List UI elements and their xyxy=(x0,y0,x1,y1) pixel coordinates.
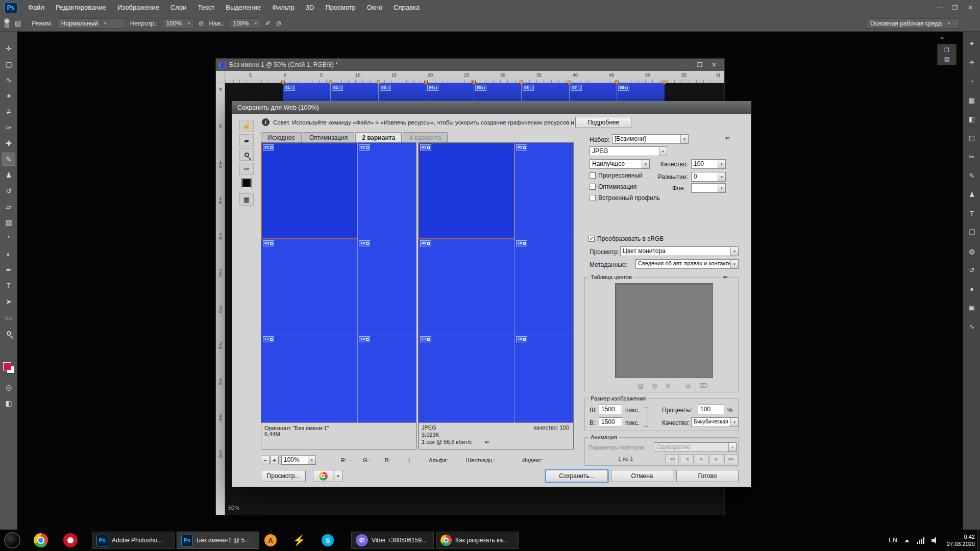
menu-edit[interactable]: Редактирование xyxy=(50,4,112,11)
checkbox-box[interactable] xyxy=(590,184,596,190)
document-maximize-button[interactable]: ❐ xyxy=(693,59,707,71)
quick-mask-button[interactable]: ◎ xyxy=(2,381,15,394)
masks-panel-icon[interactable]: ◍ xyxy=(963,244,980,258)
eyedropper-tool[interactable]: ✑ xyxy=(2,121,15,134)
language-indicator[interactable]: EN xyxy=(889,537,897,544)
layers-panel-icon[interactable]: ◧ xyxy=(963,112,980,126)
menu-layers[interactable]: Слои xyxy=(165,4,192,11)
preview-image[interactable]: 01 02 09 10 17 18 xyxy=(261,143,416,422)
styles-panel-icon[interactable]: ✂ xyxy=(963,150,980,163)
preset-menu-icon[interactable]: ▾≡ xyxy=(725,136,729,141)
document-title-bar[interactable]: Без имени-1 @ 50% (Слой 1, RGB/8) * xyxy=(216,59,724,71)
healing-brush-tool[interactable]: ✚ xyxy=(2,137,15,150)
menu-3d[interactable]: 3D xyxy=(300,4,320,11)
selected-slice[interactable] xyxy=(261,143,357,239)
swatches-panel-icon[interactable]: ▣ xyxy=(963,301,980,314)
pen-tool[interactable]: ✒ xyxy=(2,263,15,277)
eraser-tool[interactable]: ▱ xyxy=(2,200,15,213)
flow-select[interactable]: 100% ▼ xyxy=(230,18,260,29)
checkbox-box[interactable] xyxy=(590,195,596,201)
menu-file[interactable]: Файл xyxy=(22,4,50,11)
slice-handle-icon[interactable] xyxy=(568,81,571,84)
history-panel-icon[interactable]: ↺ xyxy=(963,263,980,277)
percent-input[interactable]: 100 xyxy=(698,405,724,414)
menu-window[interactable]: Окно xyxy=(361,4,388,11)
slice-handle-icon[interactable] xyxy=(329,81,332,84)
delete-color-icon[interactable]: ⌦ xyxy=(699,382,708,389)
embedded-profile-checkbox[interactable]: Встроенный профиль xyxy=(590,194,660,202)
taskbar-photoshop-button[interactable]: Ps Adobe Photosho... xyxy=(92,532,175,549)
slice-handle-icon[interactable] xyxy=(472,81,476,84)
shape-tool[interactable]: ▭ xyxy=(2,311,15,324)
zoom-tool[interactable] xyxy=(2,327,15,340)
tab-2up[interactable]: 2 варианта xyxy=(355,132,402,143)
color-panel-icon[interactable]: ● xyxy=(963,282,980,295)
zoom-out-button[interactable]: − xyxy=(261,456,270,464)
screen-mode-button[interactable]: ◧ xyxy=(2,396,15,410)
progressive-checkbox[interactable]: Прогрессивный xyxy=(590,172,643,179)
brush-tool[interactable]: ✎ xyxy=(2,153,15,166)
brush-panel-toggle-icon[interactable]: ▤ xyxy=(15,19,21,27)
chrome-taskbar-icon[interactable] xyxy=(34,533,48,547)
preview-pane-original[interactable]: 01 02 09 10 17 18 Оригинал: "Без имени-1… xyxy=(261,142,416,449)
browser-list-arrow[interactable]: ▼ xyxy=(334,470,342,482)
brush-preset-picker[interactable]: 65 xyxy=(4,18,10,29)
start-button[interactable] xyxy=(4,532,20,548)
zoom-tool[interactable] xyxy=(239,148,254,161)
tab-original[interactable]: Исходное xyxy=(261,132,302,143)
libraries-panel-icon[interactable]: ▤ xyxy=(944,56,949,62)
metadata-select[interactable]: Сведения об авт. правах и контакты ▼ xyxy=(635,259,739,269)
taskbar-clock[interactable]: 0:42 27.03.2020 xyxy=(947,533,975,547)
foreground-color-swatch[interactable] xyxy=(3,362,11,370)
slice-handle-icon[interactable] xyxy=(281,81,285,84)
checkbox-box[interactable]: ✓ xyxy=(589,236,595,242)
link-dimensions-icon[interactable] xyxy=(644,408,648,427)
app-close-button[interactable]: ✕ xyxy=(963,0,978,15)
transparency-icon[interactable]: ◍ xyxy=(652,382,657,389)
optimized-checkbox[interactable]: Оптимизация xyxy=(590,183,636,190)
eyedropper-color-swatch[interactable] xyxy=(241,178,252,188)
menu-view[interactable]: Просмотр xyxy=(320,4,361,11)
resample-select[interactable]: Бикубическая ▼ xyxy=(691,417,739,427)
menu-help[interactable]: Справка xyxy=(388,4,425,11)
pressure-size-icon[interactable]: ⊘ xyxy=(276,19,281,27)
dialog-title-bar[interactable]: Сохранить для Web (100%) xyxy=(232,102,751,114)
app-minimize-button[interactable]: — xyxy=(932,0,947,15)
preview-pane-optimized[interactable]: 01 02 09 10 17 18 JPEG 3,023K 1 сек @ 56… xyxy=(418,142,574,449)
clone-source-panel-icon[interactable]: ♟ xyxy=(963,188,980,201)
checkbox-box[interactable] xyxy=(590,172,596,179)
lock-color-icon[interactable]: ⊘ xyxy=(666,382,671,389)
skype-taskbar-icon[interactable]: S xyxy=(321,533,335,547)
hidden-icons-chevron[interactable] xyxy=(904,537,910,542)
hand-tool[interactable]: ☝ xyxy=(239,120,254,132)
type-tool[interactable]: T xyxy=(2,279,15,292)
move-tool[interactable]: ✛ xyxy=(2,42,15,55)
done-button[interactable]: Готово xyxy=(676,470,739,482)
crop-tool[interactable]: # xyxy=(2,105,15,118)
matte-select[interactable]: ▼ xyxy=(691,183,726,193)
cancel-button[interactable]: Отмена xyxy=(611,470,673,482)
slice-select-tool[interactable]: ▰ xyxy=(239,134,254,146)
zoom-in-button[interactable]: + xyxy=(270,456,279,464)
compression-quality-select[interactable]: Наилучшее ▼ xyxy=(590,159,650,169)
menu-select[interactable]: Выделение xyxy=(220,4,266,11)
blur-input[interactable]: 0 ▼ xyxy=(691,172,726,182)
slice-handle-icon[interactable] xyxy=(424,81,428,84)
quality-input[interactable]: 100 ▼ xyxy=(691,159,726,169)
path-selection-tool[interactable]: ➤ xyxy=(2,295,15,308)
app-maximize-button[interactable]: ❐ xyxy=(947,0,963,15)
history-brush-tool[interactable]: ↺ xyxy=(2,184,15,197)
color-table-menu-icon[interactable]: ▾≡ xyxy=(723,274,727,280)
format-select[interactable]: JPEG ▼ xyxy=(590,146,667,156)
save-button[interactable]: Сохранить... xyxy=(546,470,608,482)
document-minimize-button[interactable]: — xyxy=(678,59,693,71)
slice-handle-icon[interactable] xyxy=(520,81,523,84)
preview-image[interactable]: 01 02 09 10 17 18 xyxy=(419,143,573,422)
width-input[interactable]: 1500 xyxy=(599,405,622,414)
blend-mode-select[interactable]: Нормальный ▼ xyxy=(58,18,125,29)
download-speed-menu-icon[interactable]: ▾≡ xyxy=(485,440,489,445)
timeline-panel-icon[interactable]: ∿ xyxy=(963,320,980,333)
menu-type[interactable]: Текст xyxy=(192,4,220,11)
add-color-icon[interactable]: ⊞ xyxy=(685,382,691,389)
paths-panel-icon[interactable]: ▤ xyxy=(963,131,980,144)
